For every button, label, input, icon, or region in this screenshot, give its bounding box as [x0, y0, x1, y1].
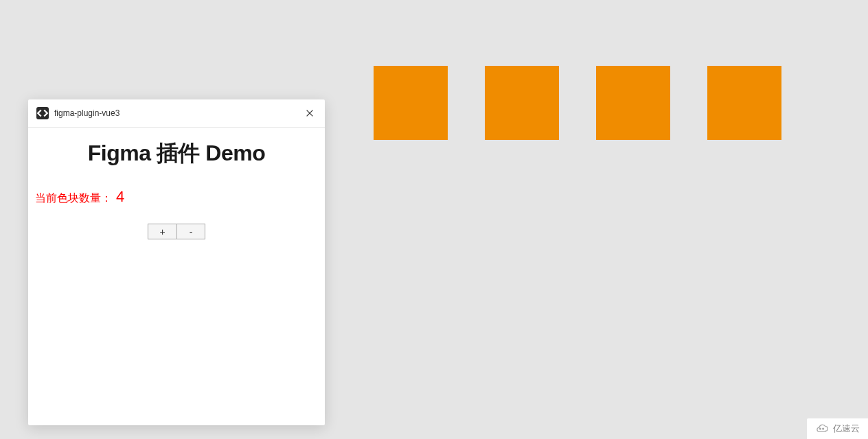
plugin-header: figma-plugin-vue3 [28, 99, 325, 128]
watermark: 亿速云 [807, 418, 868, 439]
plugin-title: figma-plugin-vue3 [54, 108, 297, 118]
color-block[interactable] [485, 66, 559, 140]
count-label: 当前色块数量： [35, 191, 112, 206]
color-block[interactable] [707, 66, 781, 140]
svg-point-3 [823, 428, 824, 429]
plugin-heading: Figma 插件 Demo [35, 139, 318, 169]
plugin-code-icon [36, 107, 49, 119]
decrement-button[interactable]: - [176, 224, 205, 239]
color-block[interactable] [374, 66, 448, 140]
watermark-text: 亿速云 [833, 423, 860, 435]
cloud-icon [815, 424, 829, 434]
plugin-body: Figma 插件 Demo 当前色块数量： 4 + - [28, 128, 325, 425]
count-value: 4 [116, 188, 124, 206]
count-display: 当前色块数量： 4 [35, 188, 318, 206]
svg-point-2 [820, 428, 821, 429]
stepper-controls: + - [35, 224, 318, 239]
increment-button[interactable]: + [148, 224, 176, 239]
plugin-window: figma-plugin-vue3 Figma 插件 Demo 当前色块数量： … [28, 99, 325, 425]
close-button[interactable] [303, 106, 317, 120]
color-block[interactable] [596, 66, 670, 140]
close-icon [305, 108, 315, 118]
